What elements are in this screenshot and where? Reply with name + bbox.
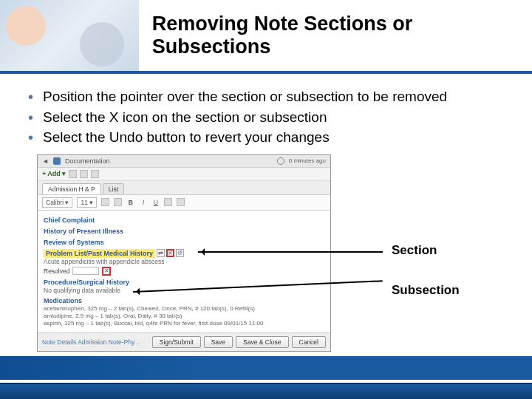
section-problem-list[interactable]: Problem List/Past Medical History ⇄ ✕ ↺ — [44, 249, 184, 258]
problem-line: Acute appendicitis with appendicle absce… — [44, 258, 324, 265]
note-body: Chief Complaint History of Present Illne… — [38, 211, 330, 332]
slide-title: Removing Note Sections or Subsections — [139, 13, 532, 58]
section-chief-complaint[interactable]: Chief Complaint — [44, 216, 324, 225]
cancel-button[interactable]: Cancel — [292, 336, 326, 348]
toolbar-icon[interactable] — [164, 198, 172, 206]
section-x-icon[interactable]: ✕ — [166, 249, 174, 257]
bullet-item: Position the pointer over the section or… — [22, 87, 510, 106]
size-select[interactable]: 11 ▾ — [77, 197, 97, 208]
subsection-resolved[interactable]: Resolved ✕ — [44, 267, 324, 276]
toolbar-icon[interactable] — [69, 170, 77, 178]
tab-admission[interactable]: Admission H & P — [42, 183, 101, 194]
label-subsection: Subsection — [392, 283, 460, 298]
toolbar-icon[interactable] — [80, 170, 88, 178]
app-title: Documentation — [65, 157, 110, 165]
doc-icon — [53, 157, 61, 165]
bullet-item: Select the Undo button to revert your ch… — [22, 128, 510, 147]
screenshot-area: ◄ Documentation 0 minutes ago +Add ▾ Adm… — [0, 154, 532, 356]
save-close-button[interactable]: Save & Close — [236, 336, 289, 348]
toolbar-icon[interactable] — [101, 198, 109, 206]
slide-header: Removing Note Sections or Subsections — [0, 0, 532, 74]
toolbar: +Add ▾ — [38, 168, 330, 181]
app-titlebar: ◄ Documentation 0 minutes ago — [38, 155, 330, 168]
plus-icon: + — [42, 170, 46, 177]
arrow-section — [198, 251, 383, 253]
tab-row: Admission H & P List — [38, 181, 330, 194]
app-screenshot: ◄ Documentation 0 minutes ago +Add ▾ Adm… — [37, 154, 331, 352]
section-ros[interactable]: Review of Systems — [44, 238, 324, 247]
section-remove-icon[interactable]: ⇄ — [157, 249, 165, 257]
med-line: amlodipine, 2.5 mg – 1 tab(s), Oral, Dai… — [44, 313, 324, 320]
section-medications[interactable]: Medications — [44, 296, 324, 305]
save-button[interactable]: Save — [204, 336, 233, 348]
label-section: Section — [392, 243, 437, 258]
bottom-bar: Note Details Admission Note-Phy... Sign/… — [38, 332, 330, 351]
slide-footer — [0, 383, 532, 399]
format-toolbar: Calibri ▾ 11 ▾ B I U — [38, 194, 330, 211]
section-hpi[interactable]: History of Present Illness — [44, 227, 324, 236]
undo-icon[interactable]: ↺ — [176, 249, 184, 257]
med-line: acetaminophen, 325 mg – 2 tab(s), Chewed… — [44, 305, 324, 313]
underline-icon[interactable]: U — [151, 199, 160, 206]
med-line: aspirin, 325 mg – 1 tab(s), Buccal, bid,… — [44, 320, 324, 327]
toolbar-icon[interactable] — [114, 198, 122, 206]
font-select[interactable]: Calibri ▾ — [42, 197, 72, 208]
bullet-item: Select the X icon on the section or subs… — [22, 108, 510, 127]
timestamp: 0 minutes ago — [289, 157, 326, 164]
header-photo — [0, 0, 139, 71]
add-button[interactable]: +Add ▾ — [42, 170, 66, 177]
refresh-icon[interactable] — [277, 157, 284, 165]
tab-list[interactable]: List — [103, 183, 124, 194]
bold-icon[interactable]: B — [126, 199, 134, 206]
note-details[interactable]: Note Details Admission Note-Phy... — [42, 338, 140, 346]
toolbar-icon[interactable] — [91, 170, 99, 178]
sub-field[interactable] — [72, 267, 99, 275]
toolbar-icon[interactable] — [177, 198, 185, 206]
bullet-area: Position the pointer over the section or… — [0, 74, 532, 154]
subsection-x-icon[interactable]: ✕ — [102, 267, 111, 276]
back-icon[interactable]: ◄ — [42, 157, 49, 165]
sign-submit-button[interactable]: Sign/Submit — [152, 336, 201, 348]
italic-icon[interactable]: I — [139, 199, 147, 206]
